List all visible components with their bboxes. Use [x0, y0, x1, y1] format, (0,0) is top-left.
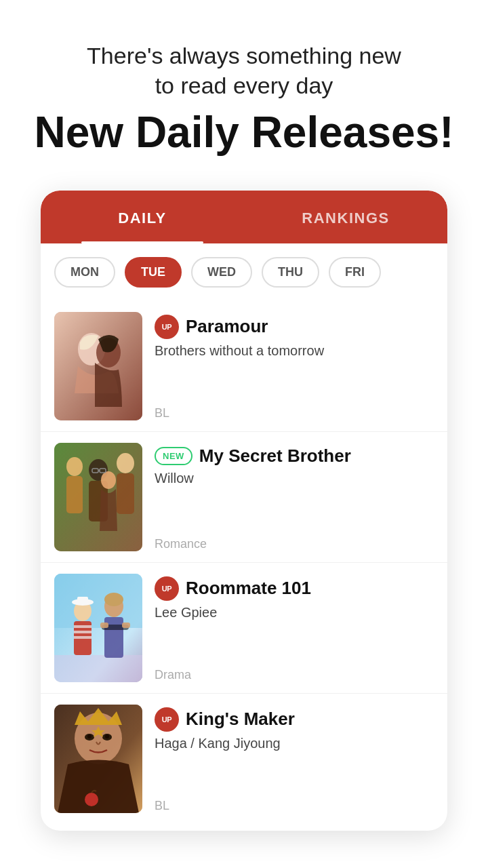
comic-item-mysecretbrother[interactable]: NEW My Secret Brother Willow Romance [41, 432, 447, 563]
tab-daily[interactable]: DAILY [41, 191, 244, 243]
badge-up-roommate101: UP [155, 576, 179, 601]
days-row: MON TUE WED THU FRI [41, 243, 447, 301]
genre-roommate101: Drama [155, 668, 434, 682]
svg-point-34 [87, 734, 92, 738]
badge-up-kingsmaker: UP [155, 707, 179, 732]
svg-rect-7 [66, 476, 83, 513]
cover-roommate101 [54, 574, 142, 682]
svg-point-10 [101, 471, 116, 489]
genre-paramour: BL [155, 406, 434, 420]
title-roommate101: Roommate 101 [186, 578, 311, 599]
comic-info-paramour: UP Paramour Brothers without a tomorrow … [155, 312, 434, 420]
hero-title: New Daily Releases! [27, 108, 461, 156]
svg-rect-15 [54, 574, 142, 628]
title-mysecretbrother: My Secret Brother [199, 446, 351, 467]
svg-rect-20 [74, 631, 92, 633]
author-mysecretbrother: Willow [155, 471, 434, 486]
comic-info-roommate101: UP Roommate 101 Lee Gpiee Drama [155, 574, 434, 682]
svg-rect-16 [54, 655, 142, 682]
svg-point-6 [66, 457, 83, 476]
comic-item-kingsmaker[interactable]: UP King's Maker Haga / Kang Jiyoung BL [41, 694, 447, 824]
day-thu[interactable]: THU [262, 257, 319, 288]
hero-subtitle: There's always something new to read eve… [27, 41, 461, 100]
title-row-mysecretbrother: NEW My Secret Brother [155, 446, 434, 467]
badge-new-mysecretbrother: NEW [155, 447, 192, 465]
tabs-row: DAILY RANKINGS [41, 191, 447, 243]
title-row-kingsmaker: UP King's Maker [155, 707, 434, 732]
author-roommate101: Lee Gpiee [155, 605, 434, 620]
title-kingsmaker: King's Maker [186, 709, 295, 730]
badge-up-paramour: UP [155, 315, 179, 339]
cover-mysecretbrother [54, 443, 142, 551]
genre-kingsmaker: BL [155, 799, 434, 813]
tab-rankings[interactable]: RANKINGS [244, 191, 447, 243]
svg-rect-19 [74, 625, 92, 628]
comic-item-roommate101[interactable]: UP Roommate 101 Lee Gpiee Drama [41, 563, 447, 694]
day-tue[interactable]: TUE [125, 257, 182, 288]
genre-mysecretbrother: Romance [155, 537, 434, 551]
cover-paramour [54, 312, 142, 420]
comic-list: UP Paramour Brothers without a tomorrow … [41, 301, 447, 831]
comic-item-paramour[interactable]: UP Paramour Brothers without a tomorrow … [41, 301, 447, 432]
comic-info-kingsmaker: UP King's Maker Haga / Kang Jiyoung BL [155, 705, 434, 813]
title-row-roommate101: UP Roommate 101 [155, 576, 434, 601]
author-paramour: Brothers without a tomorrow [155, 343, 434, 359]
svg-rect-5 [117, 473, 134, 514]
svg-point-36 [85, 793, 98, 806]
svg-point-4 [117, 453, 134, 473]
svg-point-29 [104, 593, 123, 606]
title-paramour: Paramour [186, 316, 268, 337]
day-wed[interactable]: WED [191, 257, 252, 288]
day-mon[interactable]: MON [54, 257, 115, 288]
svg-point-35 [105, 734, 109, 738]
svg-rect-21 [74, 636, 92, 639]
title-row-paramour: UP Paramour [155, 315, 434, 339]
main-card: DAILY RANKINGS MON TUE WED THU FRI [41, 191, 447, 831]
hero-section: There's always something new to read eve… [0, 0, 488, 177]
svg-rect-28 [122, 623, 130, 628]
day-fri[interactable]: FRI [329, 257, 381, 288]
cover-kingsmaker [54, 705, 142, 813]
author-kingsmaker: Haga / Kang Jiyoung [155, 736, 434, 751]
comic-info-mysecretbrother: NEW My Secret Brother Willow Romance [155, 443, 434, 551]
svg-rect-27 [100, 623, 108, 628]
svg-rect-23 [77, 597, 88, 604]
